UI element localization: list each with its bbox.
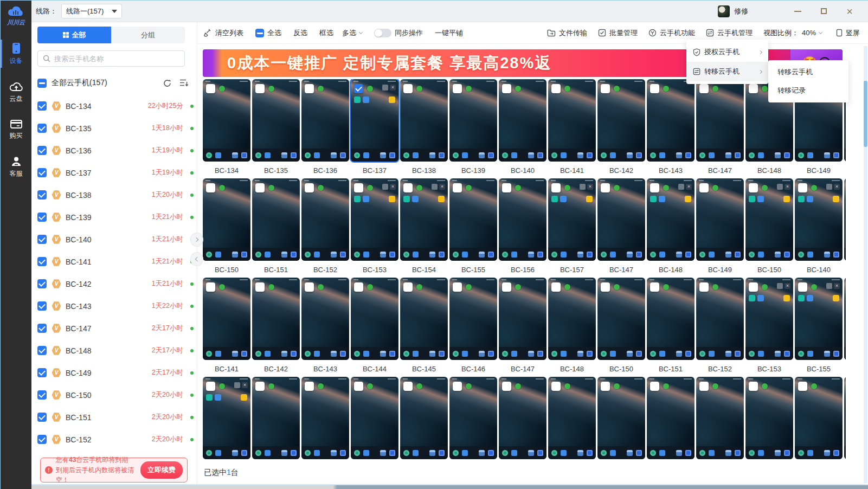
phone-card[interactable] (499, 377, 546, 459)
card-checkbox[interactable] (453, 382, 462, 391)
submenu-item[interactable]: 转移记录 (768, 81, 848, 100)
card-checkbox[interactable] (699, 382, 709, 391)
phone-card[interactable] (745, 377, 793, 459)
phone-card[interactable] (351, 79, 398, 162)
card-checkbox[interactable] (798, 183, 807, 192)
card-checkbox[interactable] (601, 282, 610, 292)
device-checkbox[interactable] (37, 235, 47, 244)
card-checkbox[interactable] (305, 84, 314, 93)
cloud-phone-manage-button[interactable]: 云手机管理 (706, 28, 753, 38)
device-checkbox[interactable] (37, 213, 47, 222)
device-row[interactable]: V BC-139 1天21小时 (37, 206, 195, 228)
card-checkbox[interactable] (453, 183, 462, 192)
device-checkbox[interactable] (37, 368, 47, 377)
phone-card[interactable] (499, 79, 546, 162)
phone-card[interactable] (252, 79, 300, 162)
sync-toggle[interactable] (374, 29, 391, 37)
card-checkbox[interactable] (699, 282, 709, 292)
card-checkbox[interactable] (206, 382, 215, 391)
card-checkbox[interactable] (601, 382, 610, 391)
sidebar-item-devices[interactable]: 设备 (1, 42, 31, 66)
phone-card[interactable] (499, 178, 546, 261)
phone-card[interactable] (548, 79, 596, 162)
device-checkbox[interactable] (37, 146, 47, 155)
phone-card[interactable] (449, 377, 497, 459)
device-checkbox[interactable] (37, 346, 47, 355)
sort-icon[interactable] (179, 79, 189, 87)
portrait-button[interactable]: 竖屏 (836, 28, 860, 38)
box-select-button[interactable]: 框选 (319, 28, 333, 38)
batch-manage-button[interactable]: 批量管理 (598, 28, 638, 38)
device-row[interactable]: V BC-143 1天22小时 (37, 295, 195, 317)
submenu-item[interactable]: 转移云手机 (768, 63, 848, 81)
card-checkbox[interactable] (354, 183, 363, 192)
phone-card[interactable] (400, 79, 448, 162)
device-row[interactable]: V BC-152 2天20小时 (37, 428, 195, 451)
card-checkbox[interactable] (650, 382, 659, 391)
device-row[interactable]: V BC-135 1天18小时 (37, 117, 195, 139)
card-checkbox[interactable] (255, 84, 265, 93)
menu-item-authorize[interactable]: 授权云手机 (686, 42, 768, 62)
phone-card[interactable] (351, 377, 398, 459)
renew-button[interactable]: 立即续费 (140, 461, 183, 479)
phone-card[interactable] (647, 79, 695, 162)
phone-card[interactable] (449, 79, 497, 162)
card-checkbox[interactable] (601, 84, 610, 93)
tile-button[interactable]: 一键平铺 (435, 28, 463, 38)
device-row[interactable]: V BC-134 22小时25分 (37, 95, 195, 117)
device-row[interactable]: V BC-147 2天17小时 (37, 317, 195, 339)
card-checkbox[interactable] (551, 382, 561, 391)
phone-card[interactable] (252, 278, 300, 360)
phone-card[interactable] (844, 278, 846, 360)
phone-card[interactable] (647, 377, 695, 459)
phone-card[interactable] (844, 178, 846, 261)
phone-card[interactable] (449, 178, 497, 261)
device-row[interactable]: V BC-141 1天21小时 (37, 250, 195, 273)
file-transfer-button[interactable]: 文件传输 (547, 28, 587, 38)
card-checkbox[interactable] (305, 382, 314, 391)
device-checkbox[interactable] (37, 390, 47, 400)
card-checkbox[interactable] (699, 84, 709, 93)
phone-card[interactable] (795, 278, 843, 360)
card-checkbox[interactable] (255, 282, 265, 292)
phone-card[interactable] (400, 377, 448, 459)
phone-card[interactable] (301, 79, 349, 162)
card-checkbox[interactable] (551, 84, 561, 93)
card-checkbox[interactable] (403, 382, 413, 391)
card-checkbox[interactable] (798, 282, 807, 292)
device-checkbox[interactable] (37, 101, 47, 111)
device-row[interactable]: V BC-138 1天20小时 (37, 184, 195, 206)
device-checkbox[interactable] (37, 301, 47, 311)
card-checkbox[interactable] (749, 382, 758, 391)
vertical-scrollbar[interactable] (864, 46, 867, 483)
phone-card[interactable] (696, 377, 744, 459)
select-all-toolbar[interactable]: 全选 (255, 28, 281, 38)
card-checkbox[interactable] (502, 183, 511, 192)
phone-card[interactable] (203, 377, 250, 459)
card-checkbox[interactable] (749, 183, 758, 192)
card-checkbox[interactable] (551, 183, 561, 192)
sidebar-item-cloud-disk[interactable]: 云盘 (1, 81, 31, 104)
card-checkbox[interactable] (305, 282, 314, 292)
card-checkbox[interactable] (305, 183, 314, 192)
device-row[interactable]: V BC-136 1天19小时 (37, 139, 195, 162)
close-button[interactable]: × (840, 4, 859, 19)
phone-card[interactable] (203, 278, 250, 360)
device-checkbox[interactable] (37, 279, 47, 288)
card-checkbox[interactable] (798, 382, 807, 391)
device-row[interactable]: V BC-148 2天17小时 (37, 339, 195, 362)
avatar[interactable] (718, 5, 730, 17)
phone-card[interactable] (548, 178, 596, 261)
phone-card[interactable] (301, 178, 349, 261)
scrollbar-thumb[interactable] (864, 81, 867, 147)
device-row[interactable]: V BC-142 1天21小时 (37, 273, 195, 295)
line-select[interactable]: 线路一(157) (61, 4, 122, 18)
card-checkbox[interactable] (403, 282, 413, 292)
device-row[interactable]: V BC-137 1天19小时 (37, 162, 195, 184)
phone-card[interactable] (252, 178, 300, 261)
card-checkbox[interactable] (206, 282, 215, 292)
phone-card[interactable] (597, 278, 645, 360)
card-checkbox[interactable] (354, 282, 363, 292)
device-checkbox[interactable] (37, 190, 47, 200)
menu-item-transfer[interactable]: 转移云手机 (686, 62, 768, 81)
